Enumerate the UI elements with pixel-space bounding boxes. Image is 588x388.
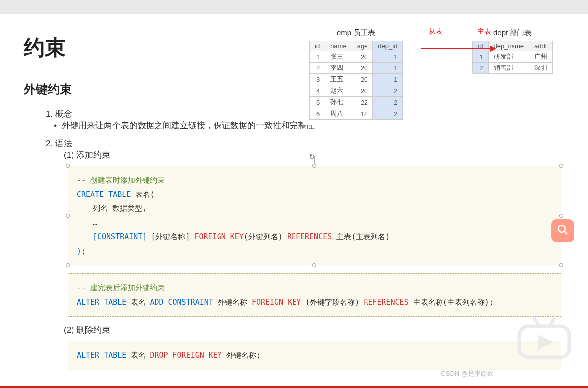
resize-handle[interactable]: [66, 263, 70, 267]
table-cell: 4: [310, 85, 325, 97]
dept-table: id dep_name addr 1研发部广州2销售部深圳: [472, 41, 553, 74]
table-row: 4赵六202: [310, 85, 403, 97]
resize-handle[interactable]: [312, 263, 316, 267]
table-cell: 1: [473, 51, 488, 63]
resize-handle[interactable]: [312, 164, 316, 168]
outline-item-2: 2. 语法: [46, 138, 564, 149]
table-cell: 2: [473, 63, 488, 74]
table-row: 1研发部广州: [473, 51, 553, 63]
code-text: 主表(主表列名): [332, 232, 390, 241]
code-text: (外键列名): [244, 232, 287, 241]
label-main-table: 主表: [477, 27, 491, 36]
bottom-border: [0, 386, 588, 388]
table-cell: 5: [310, 97, 325, 108]
emp-table-title: emp 员工表: [309, 28, 403, 38]
code-text: 外键名称: [213, 298, 252, 307]
dept-table-wrap: dept 部门表 id dep_name addr 1研发部广州2销售部深圳: [472, 28, 553, 120]
table-row: 2李四201: [310, 63, 403, 74]
code-block-create[interactable]: ↻ -- 创建表时添加外键约束 CREATE TABLE 表名( 列名 数据类型…: [68, 166, 561, 265]
svg-point-0: [558, 225, 565, 232]
code-text: 外键名称;: [222, 351, 261, 360]
code-block-alter-add: -- 建完表后添加外键约束 ALTER TABLE 表名 ADD CONSTRA…: [68, 273, 561, 317]
dept-col-id: id: [473, 41, 488, 51]
code-text: 表名: [126, 298, 150, 307]
kw-references: REFERENCES: [364, 298, 408, 307]
emp-table-wrap: emp 员工表 id name age dep_id 1张三2012李四2013…: [309, 28, 403, 120]
search-icon: [557, 224, 569, 238]
table-cell: 20: [352, 85, 373, 97]
table-cell: 22: [352, 97, 373, 108]
table-cell: 1: [373, 51, 403, 63]
resize-handle[interactable]: [559, 263, 563, 267]
kw-create-table: CREATE TABLE: [77, 190, 131, 199]
table-cell: 深圳: [529, 63, 552, 74]
fk-arrow: [421, 48, 495, 49]
bilibili-tv-icon[interactable]: [514, 313, 574, 362]
table-row: 2销售部深圳: [473, 63, 553, 74]
code-text: …: [93, 218, 97, 227]
table-cell: 孙七: [325, 97, 352, 108]
table-cell: 研发部: [488, 51, 529, 63]
table-cell: 2: [310, 63, 325, 74]
table-cell: 李四: [325, 63, 352, 74]
table-cell: 2: [373, 108, 403, 120]
kw-add-constraint: ADD CONSTRAINT: [150, 298, 213, 307]
emp-col-name: name: [325, 41, 352, 51]
table-cell: 销售部: [488, 63, 529, 74]
table-diagram: 从表 主表 emp 员工表 id name age dep_id 1张三2012…: [303, 19, 582, 125]
table-cell: 20: [352, 63, 373, 74]
code-text: 表名(: [131, 190, 154, 199]
code-text: );: [77, 247, 86, 256]
emp-col-age: age: [352, 41, 373, 51]
code-comment: -- 建完表后添加外键约束: [77, 283, 165, 292]
resize-handle[interactable]: [559, 164, 563, 168]
code-block-alter-drop: ALTER TABLE 表名 DROP FOREIGN KEY 外键名称;: [68, 341, 561, 370]
kw-foreign-key: FOREIGN KEY: [252, 298, 301, 307]
code-text: (外键字段名称): [301, 298, 364, 307]
table-cell: 2: [373, 97, 403, 108]
emp-table: id name age dep_id 1张三2012李四2013王五2014赵六…: [309, 41, 403, 120]
svg-line-1: [564, 231, 567, 234]
table-cell: 20: [352, 74, 373, 85]
search-button[interactable]: [551, 219, 574, 242]
emp-col-depid: dep_id: [373, 41, 403, 51]
kw-alter-table: ALTER TABLE: [77, 351, 126, 360]
csdn-watermark: CSDN @是李欧欧: [441, 369, 494, 378]
table-cell: 1: [310, 51, 325, 63]
code-text: 主表名称(主表列名称);: [409, 298, 494, 307]
top-bar: [0, 0, 588, 14]
svg-marker-5: [538, 335, 553, 350]
kw-alter-table: ALTER TABLE: [77, 298, 126, 307]
table-cell: 1: [373, 63, 403, 74]
emp-col-id: id: [310, 41, 325, 51]
kw-foreign-key: FOREIGN KEY: [195, 232, 244, 241]
table-cell: 广州: [529, 51, 552, 63]
table-cell: 1: [373, 74, 403, 85]
kw-constraint: [CONSTRAINT]: [93, 232, 147, 241]
resize-handle[interactable]: [66, 164, 70, 168]
dept-col-addr: addr: [529, 41, 552, 51]
table-cell: 周八: [325, 108, 352, 120]
kw-references: REFERENCES: [287, 232, 332, 241]
table-cell: 3: [310, 74, 325, 85]
code-text: 表名: [126, 351, 150, 360]
table-cell: 2: [373, 85, 403, 97]
table-row: 6周八182: [310, 108, 403, 120]
table-row: 3王五201: [310, 74, 403, 85]
table-row: 5孙七222: [310, 97, 403, 108]
table-cell: 6: [310, 108, 325, 120]
code-text: [外键名称]: [147, 232, 194, 241]
rotate-line: [314, 156, 315, 164]
syntax-sub-2: (2) 删除约束: [64, 324, 564, 336]
table-cell: 18: [352, 108, 373, 120]
resize-handle[interactable]: [66, 214, 70, 218]
table-cell: 20: [352, 51, 373, 63]
resize-handle[interactable]: [559, 214, 563, 218]
code-comment: -- 创建表时添加外键约束: [77, 176, 165, 185]
table-cell: 赵六: [325, 85, 352, 97]
kw-drop-fk: DROP FOREIGN KEY: [150, 351, 222, 360]
label-sub-table: 从表: [429, 27, 442, 36]
table-cell: 张三: [325, 51, 352, 63]
table-row: 1张三201: [310, 51, 403, 63]
code-text: 列名 数据类型,: [93, 204, 147, 213]
